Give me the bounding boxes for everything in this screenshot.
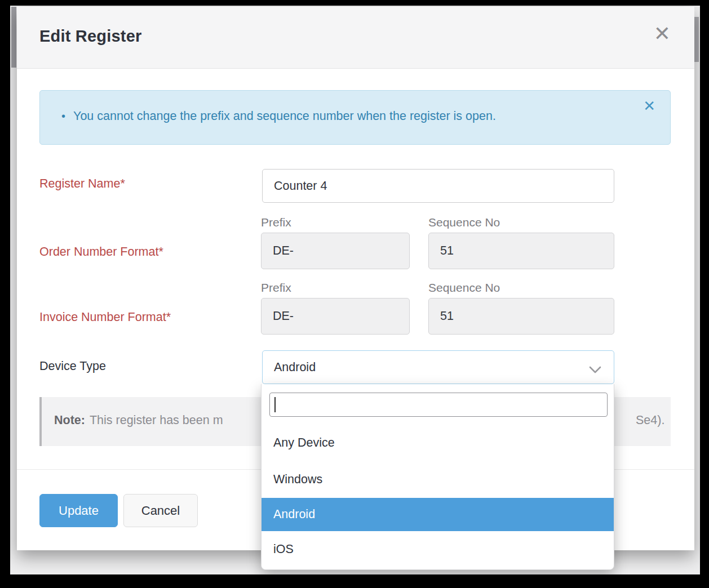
device-type-selected-value: Android [274,360,316,375]
invoice-sequence-label: Sequence No [428,281,500,295]
invoice-prefix-label: Prefix [261,281,291,295]
update-button[interactable]: Update [39,494,118,527]
info-alert: •You cannot change the prefix and sequen… [39,90,671,145]
chevron-down-icon [589,363,601,377]
note-visible-right: Se4). [636,413,664,427]
alert-message: •You cannot change the prefix and sequen… [61,109,496,123]
alert-close-icon[interactable]: ✕ [643,99,655,113]
alert-message-text: You cannot change the prefix and sequenc… [73,109,496,123]
order-sequence-input: 51 [428,233,614,269]
bullet-icon: • [61,110,65,122]
note-label: Note: [54,413,85,427]
cancel-button[interactable]: Cancel [123,494,198,527]
modal-title: Edit Register [39,27,141,46]
note-text-left: Note:This register has been m [54,413,223,427]
invoice-number-format-label: Invoice Number Format* [39,310,171,324]
dropdown-option-list: Any Device Windows Android iOS [262,425,614,568]
device-type-label: Device Type [39,359,106,373]
right-scrollbar-thumb[interactable] [694,17,699,62]
order-prefix-label: Prefix [261,216,291,229]
register-name-label: Register Name* [39,177,125,191]
screenshot-frame: Edit Register ✕ •You cannot change the p… [0,0,709,588]
invoice-sequence-input: 51 [428,298,614,335]
device-type-select[interactable]: Android [262,350,614,384]
device-type-dropdown: Any Device Windows Android iOS [261,384,614,570]
order-number-format-label: Order Number Format* [39,245,163,259]
dropdown-option-any-device[interactable]: Any Device [262,425,614,461]
invoice-prefix-input: DE- [261,298,410,335]
order-sequence-label: Sequence No [428,216,500,229]
note-visible-left: This register has been m [90,413,223,427]
left-scrollbar-thumb[interactable] [11,7,16,68]
order-prefix-input: DE- [261,233,410,269]
modal-header: Edit Register ✕ [17,7,694,69]
dropdown-option-android[interactable]: Android [262,498,614,531]
dropdown-option-ios[interactable]: iOS [262,531,614,568]
text-cursor [274,397,276,412]
modal-close-icon[interactable]: ✕ [654,24,671,44]
dropdown-search-input[interactable] [269,393,608,417]
register-name-input[interactable]: Counter 4 [262,169,614,203]
dropdown-option-windows[interactable]: Windows [262,461,614,498]
